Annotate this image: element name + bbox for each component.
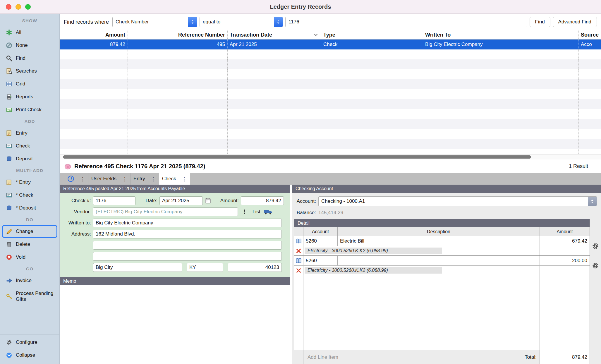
state-input[interactable] bbox=[187, 263, 223, 272]
line-amount-input[interactable]: 679.42 bbox=[540, 236, 590, 246]
sidebar-item-void[interactable]: Void bbox=[0, 251, 59, 264]
sidebar-item-label: Find bbox=[16, 55, 25, 61]
column-header-transaction-date[interactable]: Transaction Date bbox=[228, 30, 321, 39]
zoom-window-button[interactable] bbox=[25, 4, 31, 10]
line-description-input[interactable] bbox=[338, 256, 540, 265]
tab-entry[interactable]: Entry bbox=[130, 173, 148, 185]
tab-menu-handle[interactable]: ⋮ bbox=[148, 173, 159, 185]
vendor-menu-handle[interactable]: ⋮ bbox=[241, 208, 247, 215]
sidebar-item-multi-deposit[interactable]: * Deposit bbox=[0, 202, 59, 214]
minimize-window-button[interactable] bbox=[16, 4, 21, 10]
search-field-value: Check Number bbox=[116, 19, 149, 25]
allocation-account-link[interactable]: Electricity - 3000.5260.K.K2 (6,088.99) bbox=[305, 267, 442, 274]
sidebar-item-change[interactable]: Change bbox=[2, 225, 57, 238]
sidebar-item-check[interactable]: Check bbox=[0, 140, 59, 152]
line-amount-input[interactable]: 200.00 bbox=[540, 256, 590, 265]
tab-user-fields[interactable]: User Fields bbox=[88, 173, 119, 185]
column-header-source[interactable]: Source bbox=[579, 30, 601, 39]
search-field-select[interactable]: Check Number bbox=[112, 17, 197, 27]
tab-menu-handle[interactable]: ⋮ bbox=[119, 173, 130, 185]
scrollbar-thumb[interactable] bbox=[63, 155, 531, 159]
line-description-input[interactable]: Electric Bill bbox=[338, 236, 540, 246]
dropdown-arrows-icon bbox=[274, 17, 283, 27]
tab-menu-handle[interactable]: ⋮ bbox=[77, 173, 88, 185]
sidebar-item-entry[interactable]: Entry bbox=[0, 127, 59, 140]
sidebar-item-grid[interactable]: Grid bbox=[0, 78, 59, 90]
none-icon bbox=[6, 42, 12, 49]
line-gear-icon[interactable] bbox=[592, 242, 599, 251]
amount-input[interactable] bbox=[241, 196, 284, 205]
column-header-reference-number[interactable]: Reference Number bbox=[128, 30, 228, 39]
search-operator-select[interactable]: equal to bbox=[200, 17, 283, 27]
sidebar-item-label: Collapse bbox=[16, 352, 35, 358]
key-icon bbox=[6, 293, 12, 300]
app-window: Ledger Entry Records SHOW All None Find … bbox=[0, 0, 601, 364]
sidebar-item-label: Void bbox=[16, 254, 25, 260]
horizontal-scrollbar[interactable] bbox=[60, 154, 601, 159]
sidebar-item-label: Grid bbox=[16, 81, 25, 87]
ledger-lookup-button[interactable] bbox=[294, 256, 303, 265]
sidebar-item-invoice[interactable]: Invoice bbox=[0, 274, 59, 287]
date-input[interactable] bbox=[159, 196, 203, 205]
written-to-input[interactable] bbox=[93, 219, 282, 227]
account-select[interactable]: Checking - 1000.A1 bbox=[318, 196, 597, 206]
remove-line-button[interactable] bbox=[294, 266, 303, 275]
find-button[interactable]: Find bbox=[530, 17, 550, 27]
sidebar-section-multi-add: MULTI-ADD bbox=[0, 165, 59, 176]
sidebar-item-reports[interactable]: Reports bbox=[0, 90, 59, 103]
vendor-input[interactable] bbox=[93, 207, 238, 216]
sidebar-item-multi-check[interactable]: * Check bbox=[0, 189, 59, 202]
close-window-button[interactable] bbox=[6, 4, 11, 10]
empty-row bbox=[60, 109, 601, 119]
ledger-lookup-button[interactable] bbox=[294, 236, 303, 246]
sidebar-item-all[interactable]: All bbox=[0, 26, 59, 39]
vendor-label: Vendor: bbox=[60, 209, 93, 215]
empty-row bbox=[60, 129, 601, 139]
detail-column-description: Description bbox=[338, 227, 540, 236]
address-line3-input[interactable] bbox=[93, 252, 282, 261]
sidebar-item-collapse[interactable]: Collapse bbox=[0, 349, 59, 362]
result-row-selected[interactable]: 879.42 495 Apr 21 2025 Check Big City El… bbox=[60, 40, 601, 49]
info-tab[interactable]: i bbox=[64, 173, 77, 185]
sidebar-item-multi-entry[interactable]: * Entry bbox=[0, 176, 59, 189]
memo-header: Memo bbox=[60, 277, 290, 285]
sort-chevron-icon bbox=[314, 33, 318, 36]
advanced-find-button[interactable]: Advanced Find bbox=[553, 17, 597, 27]
zip-input[interactable] bbox=[228, 263, 282, 272]
sidebar-item-deposit[interactable]: Deposit bbox=[0, 152, 59, 165]
memo-area[interactable] bbox=[60, 285, 290, 364]
sidebar-item-delete[interactable]: Delete bbox=[0, 238, 59, 251]
line-account-input[interactable]: 5260 bbox=[303, 236, 338, 246]
sidebar-item-print-check[interactable]: Print Check bbox=[0, 103, 59, 116]
allocation-account-link[interactable]: Electricity - 3000.5260.K.K2 (6,088.99) bbox=[305, 248, 442, 254]
sidebar: SHOW All None Find Searches Grid Reports… bbox=[0, 14, 60, 364]
column-header-written-to[interactable]: Written To bbox=[423, 30, 579, 39]
column-header-type[interactable]: Type bbox=[321, 30, 423, 39]
address-line1-input[interactable] bbox=[93, 230, 282, 238]
line-account-input[interactable]: 5260 bbox=[303, 256, 338, 265]
remove-line-button[interactable] bbox=[294, 246, 303, 255]
sidebar-item-searches[interactable]: Searches bbox=[0, 65, 59, 78]
line-gear-icon[interactable] bbox=[592, 262, 599, 271]
print-check-icon bbox=[6, 107, 12, 113]
sidebar-item-label: Invoice bbox=[16, 278, 32, 284]
city-input[interactable] bbox=[93, 263, 182, 272]
check-number-input[interactable] bbox=[93, 196, 135, 205]
tab-check-selected[interactable]: Check bbox=[159, 173, 179, 185]
sidebar-item-configure[interactable]: Configure bbox=[0, 336, 59, 349]
calendar-button[interactable] bbox=[205, 198, 211, 204]
truck-icon[interactable] bbox=[264, 209, 273, 215]
sidebar-item-none[interactable]: None bbox=[0, 39, 59, 52]
address-line2-input[interactable] bbox=[93, 241, 282, 250]
sidebar-item-find[interactable]: Find bbox=[0, 52, 59, 65]
search-value-input[interactable] bbox=[285, 17, 527, 27]
add-line-item-button[interactable]: Add Line Item bbox=[303, 354, 338, 360]
sidebar-item-process-pending-gifts[interactable]: Process Pending Gifts bbox=[0, 287, 59, 306]
tab-menu-handle[interactable]: ⋮ bbox=[179, 173, 190, 185]
line-allocation-row: Electricity - 3000.5260.K.K2 (6,088.99) bbox=[294, 246, 590, 256]
sidebar-item-label: * Entry bbox=[16, 179, 31, 185]
total-label: Total: bbox=[525, 354, 540, 360]
vendor-list-button[interactable]: List bbox=[253, 209, 260, 215]
grid-icon bbox=[6, 81, 12, 87]
column-header-amount[interactable]: Amount bbox=[60, 30, 128, 39]
